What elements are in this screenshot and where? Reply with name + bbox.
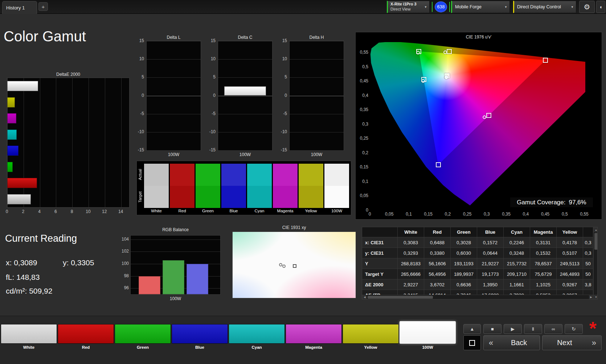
- target-swatch-blue: [221, 186, 246, 208]
- scrollbar-thumb[interactable]: [594, 233, 598, 250]
- table-cell: 209,1710: [504, 269, 530, 279]
- table-cell: 268,8183: [398, 258, 424, 269]
- grid-line: [147, 59, 201, 60]
- patch-button-blue[interactable]: [172, 324, 228, 344]
- patch-button-cyan[interactable]: [229, 324, 285, 344]
- table-header-blue: Blue: [477, 227, 504, 237]
- axis-tick-label: 0,15: [356, 164, 368, 169]
- table-cell: 0,1532: [530, 248, 557, 258]
- cie1976-plot: [370, 42, 585, 210]
- table-cell: 0,6030: [451, 248, 477, 258]
- scroll-up-button[interactable]: ▲: [594, 228, 598, 232]
- gear-icon: ⚙: [584, 3, 590, 11]
- axis-tick-label: 98: [116, 273, 129, 278]
- measured-marker-magenta: [483, 115, 486, 119]
- rgb-bar-green: [163, 260, 184, 294]
- axis-tick-label: 5: [204, 74, 216, 79]
- source-dropdown[interactable]: Mobile Forge ▼: [451, 1, 510, 13]
- grid-line: [131, 251, 220, 252]
- axis-tick-label: 10: [204, 56, 216, 61]
- add-tab-button[interactable]: +: [38, 2, 48, 11]
- table-vertical-scrollbar[interactable]: ▲▼: [593, 227, 598, 299]
- swatch-label: Magenta: [273, 209, 298, 213]
- delta-h-caption: 100W: [289, 152, 344, 157]
- deltae-bar-white: [7, 194, 31, 204]
- table-cell: 215,7732: [504, 258, 530, 269]
- table-horizontal-scrollbar[interactable]: ◀▶: [362, 295, 593, 299]
- scroll-left-button[interactable]: ◀: [363, 295, 367, 299]
- scroll-right-button[interactable]: ▶: [589, 295, 593, 299]
- table-header-row: WhiteRedGreenBlueCyanMagentaYellow: [362, 227, 593, 237]
- axis-tick-label: 0,3: [479, 212, 494, 217]
- scrollbar-thumb[interactable]: [368, 296, 433, 299]
- table-row-label: Target Y: [362, 269, 398, 279]
- patch-button-magenta[interactable]: [286, 324, 342, 344]
- gamut-coverage-box: Gamut Coverage: 97,6%: [510, 197, 593, 207]
- grid-line: [290, 114, 344, 114]
- transport-continuous-button[interactable]: ∞: [544, 324, 562, 334]
- grid-line: [147, 77, 201, 78]
- axis-tick-label: -5: [275, 111, 287, 116]
- swatch-compare-panel: ActualTargetWhiteRedGreenBlueCyanMagenta…: [136, 161, 351, 215]
- axis-tick-label: 0,2: [441, 212, 455, 217]
- table-cell: 19,1773: [477, 269, 504, 279]
- transport-play-button[interactable]: ▶: [504, 324, 522, 334]
- meter-status-badge: 638: [435, 1, 447, 12]
- axis-tick-label: 0,4: [356, 93, 368, 98]
- back-button-label: Back: [498, 339, 540, 347]
- patch-button-green[interactable]: [115, 324, 171, 344]
- meter-dropdown[interactable]: X-Rite i1Pro 3 Direct View ▼: [387, 1, 430, 13]
- gamut-coverage-value: 97,6%: [569, 199, 586, 206]
- rgb-balance-title: RGB Balance: [130, 227, 221, 232]
- axis-tick-label: 0,55: [356, 50, 368, 55]
- pattern-window-button[interactable]: [463, 335, 481, 350]
- patch-button-white[interactable]: [1, 324, 57, 344]
- grid-line: [147, 41, 201, 41]
- scroll-down-button[interactable]: ▼: [594, 295, 598, 299]
- settings-button[interactable]: ⚙: [579, 1, 595, 13]
- table-cell: 3,8: [583, 279, 593, 290]
- meter-dropdown-text: X-Rite i1Pro 3 Direct View: [388, 2, 417, 12]
- axis-tick-label: 0,5: [356, 64, 368, 69]
- axis-tick-label: 0,2: [356, 150, 368, 155]
- collapse-panel-button[interactable]: ◖: [596, 1, 605, 13]
- tab-history-1[interactable]: History 1: [2, 1, 37, 14]
- stop-icon: ■: [491, 326, 494, 332]
- table-cell: 1,3950: [477, 279, 504, 290]
- table-row: ΔE 20002,92273,67020,66361,39501,16611,1…: [362, 279, 593, 290]
- display-control-label: Direct Display Control: [514, 4, 561, 9]
- deltae-x-axis: 02468101214: [7, 209, 130, 215]
- transport-pause-button[interactable]: Ⅱ: [524, 324, 542, 334]
- patch-scroll-up-button[interactable]: ▲: [463, 324, 481, 334]
- actual-swatch-white: [144, 164, 169, 186]
- table-cell: 265,6666: [398, 269, 424, 279]
- delta-h-chart: [289, 41, 344, 151]
- patch-button-yellow[interactable]: [343, 324, 399, 344]
- transport-repeat-button[interactable]: ↻: [565, 324, 583, 334]
- table-cell: 249,5113: [557, 258, 583, 269]
- patch-label: Red: [58, 345, 114, 349]
- next-button[interactable]: Next»: [542, 335, 602, 350]
- patch-button-red[interactable]: [58, 324, 114, 344]
- deltae-bar-yellow: [7, 97, 15, 107]
- grid-line: [218, 77, 272, 78]
- axis-tick-label: 15: [275, 38, 287, 43]
- transport-stop-button[interactable]: ■: [483, 324, 501, 334]
- calman-window: History 1 + X-Rite i1Pro 3 Direct View ▼…: [0, 0, 606, 364]
- back-button[interactable]: «Back: [483, 335, 540, 350]
- rgb-balance-chart: [130, 235, 221, 295]
- deltae-bar-blue: [7, 146, 19, 156]
- table-cell: 75,6729: [530, 269, 557, 279]
- measured-marker-yellow: [443, 50, 447, 54]
- table-cell: 0,3131: [530, 237, 557, 248]
- delta-c-title: Delta C: [218, 35, 273, 40]
- target-swatch-magenta: [273, 186, 298, 208]
- axis-tick-label: 12: [101, 209, 108, 214]
- display-control-dropdown[interactable]: Direct Display Control ▼: [513, 1, 576, 13]
- axis-tick-label: 4: [36, 209, 43, 214]
- gamut-coverage-label: Gamut Coverage:: [517, 199, 565, 206]
- axis-tick-label: 15: [204, 38, 216, 43]
- swatch-label: Yellow: [299, 209, 323, 213]
- arrow-up-icon: ▲: [470, 326, 475, 332]
- patch-button-100w[interactable]: [400, 321, 456, 344]
